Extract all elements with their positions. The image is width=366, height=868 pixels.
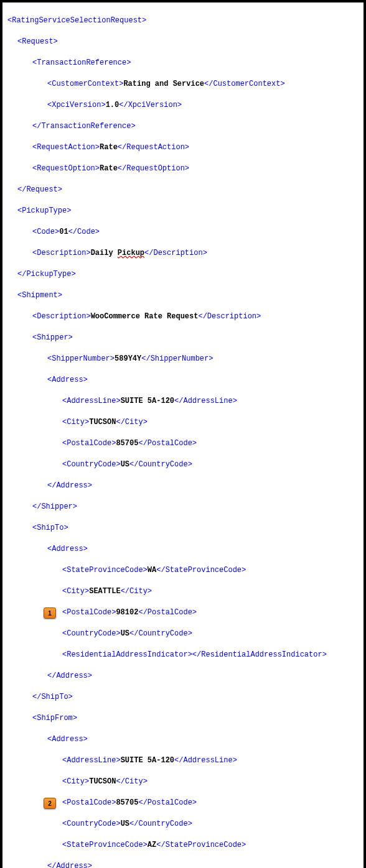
xml-line: <AddressLine>SUITE 5A-120</AddressLine> <box>2 396 364 407</box>
xml-line: <PickupType> <box>2 206 364 216</box>
xml-line: <RequestOption>Rate</RequestOption> <box>2 164 364 174</box>
xml-line: <City>SEATTLE</City> <box>2 586 364 597</box>
xml-line: </Address> <box>2 671 364 681</box>
xml-line: <City>TUCSON</City> <box>2 777 364 787</box>
xml-line: <TransactionReference> <box>2 58 364 68</box>
xml-line: <Description>Daily Pickup</Description> <box>2 248 364 259</box>
xml-line: <CountryCode>US</CountryCode> <box>2 819 364 829</box>
xml-line: <StateProvinceCode>AZ</StateProvinceCode… <box>2 840 364 851</box>
xml-line: </Request> <box>2 185 364 195</box>
xml-line: <ResidentialAddressIndicator></Residenti… <box>2 650 364 660</box>
xml-line: <Address> <box>2 375 364 386</box>
xml-line: </ShipTo> <box>2 692 364 703</box>
xml-line: <Code>01</Code> <box>2 227 364 238</box>
xml-line: <ShipTo> <box>2 523 364 533</box>
xml-line: <XpciVersion>1.0</XpciVersion> <box>2 100 364 111</box>
xml-line: <Shipper> <box>2 333 364 343</box>
xml-line: <CountryCode>US</CountryCode> <box>2 459 364 470</box>
xml-line: <ShipperNumber>589Y4Y</ShipperNumber> <box>2 354 364 364</box>
xml-line: <PostalCode>85705</PostalCode> <box>2 438 364 449</box>
xml-line: <StateProvinceCode>WA</StateProvinceCode… <box>2 565 364 576</box>
xml-line: </TransactionReference> <box>2 121 364 132</box>
xml-line: <Description>WooCommerce Rate Request</D… <box>2 312 364 322</box>
annotation-badge-1: 1 <box>44 607 56 619</box>
xml-line: <Request> <box>2 37 364 47</box>
xml-line: </PickupType> <box>2 269 364 280</box>
xml-line: 1<PostalCode>98102</PostalCode> <box>2 607 364 618</box>
xml-line: <ShipFrom> <box>2 713 364 724</box>
xml-line: <RequestAction>Rate</RequestAction> <box>2 142 364 153</box>
xml-line: <Address> <box>2 734 364 745</box>
xml-line: </Address> <box>2 861 364 868</box>
xml-line: <CountryCode>US</CountryCode> <box>2 629 364 639</box>
xml-document: <RatingServiceSelectionRequest> <Request… <box>2 2 364 868</box>
xml-line: <AddressLine>SUITE 5A-120</AddressLine> <box>2 755 364 766</box>
xml-line: 2<PostalCode>85705</PostalCode> <box>2 798 364 808</box>
xml-line: <RatingServiceSelectionRequest> <box>2 16 364 26</box>
xml-line: <CustomerContext>Rating and Service</Cus… <box>2 79 364 90</box>
annotation-badge-2: 2 <box>44 798 56 809</box>
xml-line: </Address> <box>2 481 364 491</box>
xml-line: <City>TUCSON</City> <box>2 417 364 428</box>
xml-line: <Address> <box>2 544 364 555</box>
xml-line: </Shipper> <box>2 502 364 512</box>
xml-line: <Shipment> <box>2 290 364 301</box>
